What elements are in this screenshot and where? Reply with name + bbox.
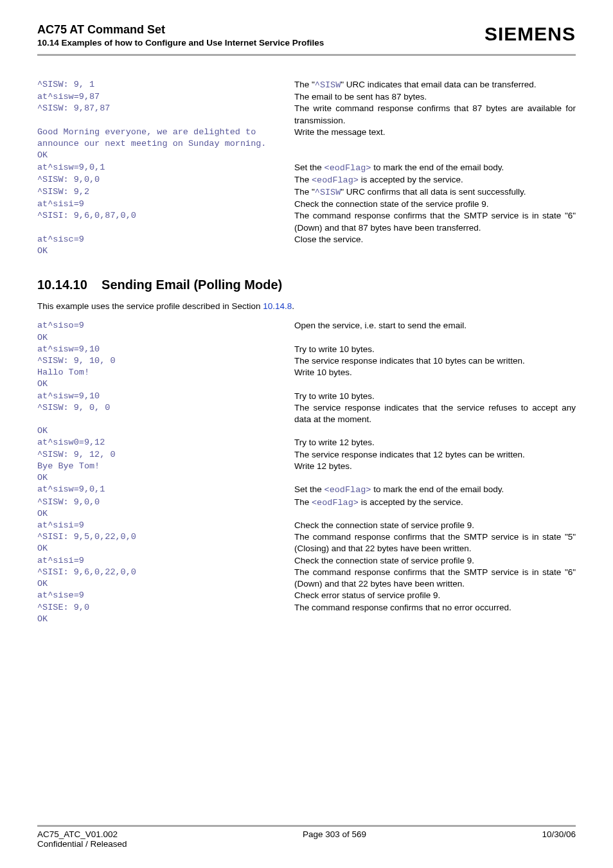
code-left: Bye Bye Tom! OK xyxy=(37,461,294,484)
footer-divider xyxy=(37,825,576,827)
code-left: at^sisw=9,87 xyxy=(37,91,294,103)
footer-page-number: Page 303 of 569 xyxy=(303,829,366,849)
text: . xyxy=(292,301,294,311)
code-left: at^sisw=9,0,1 xyxy=(37,162,294,173)
desc-right: The email to be sent has 87 bytes. xyxy=(294,91,576,103)
code-row: at^sisw=9,10 Try to write 10 bytes. xyxy=(37,391,576,402)
code-row: ^SISI: 9,5,0,22,0,0 OK The command respo… xyxy=(37,531,576,554)
code-row: at^sisw0=9,12 Try to write 12 bytes. xyxy=(37,437,576,448)
inline-code: ^SISW xyxy=(315,80,341,90)
footer-version: AC75_ATC_V01.002 xyxy=(37,829,127,839)
page-footer: AC75_ATC_V01.002 Confidential / Released… xyxy=(37,825,576,849)
desc-right: Write 10 bytes. xyxy=(294,367,576,378)
text: This example uses the service profile de… xyxy=(37,301,263,311)
doc-title: AC75 AT Command Set xyxy=(37,23,324,37)
code-left: at^sisi=9 xyxy=(37,555,294,567)
header-left: AC75 AT Command Set 10.14 Examples of ho… xyxy=(37,23,324,48)
text: The " xyxy=(294,80,315,89)
desc-right: Write 12 bytes. xyxy=(294,461,576,472)
code-row: at^sisw=9,0,1 Set the <eodFlag> to mark … xyxy=(37,162,576,174)
code-left: ^SISW: 9, 10, 0 xyxy=(37,355,294,367)
code-row: at^sisc=9 OK Close the service. xyxy=(37,234,576,257)
inline-code: <eodFlag> xyxy=(324,163,371,173)
inline-code: <eodFlag> xyxy=(324,485,371,495)
desc-right: Write the message text. xyxy=(294,127,576,138)
text: The xyxy=(294,175,312,184)
code-row: ^SISW: 9, 12, 0 The service response ind… xyxy=(37,449,576,461)
desc-right: Check error status of service profile 9. xyxy=(294,590,576,601)
example-block-urc-mode: ^SISW: 9, 1 The "^SISW" URC indicates th… xyxy=(37,79,576,257)
text: The xyxy=(294,497,312,507)
desc-right: The command response confirms that the S… xyxy=(294,567,576,590)
desc-right: The service response indicates that 10 b… xyxy=(294,355,576,367)
text: The " xyxy=(294,187,315,197)
code-left: ^SISW: 9, 1 xyxy=(37,79,294,91)
text: " URC confirms that all data is sent suc… xyxy=(341,187,526,197)
code-row: at^sisw=9,10 Try to write 10 bytes. xyxy=(37,344,576,355)
code-row: at^sisi=9 Check the connection state of … xyxy=(37,199,576,210)
footer-left: AC75_ATC_V01.002 Confidential / Released xyxy=(37,829,127,849)
code-left: ^SISW: 9,2 xyxy=(37,186,294,198)
code-row: ^SISW: 9,0,0 OK The <eodFlag> is accepte… xyxy=(37,497,576,520)
code-left: OK xyxy=(37,425,294,437)
desc-right: The command response confirms that no er… xyxy=(294,602,576,614)
code-row: ^SISW: 9, 0, 0 The service response indi… xyxy=(37,402,576,425)
text: Set the xyxy=(294,484,324,494)
footer-confidentiality: Confidential / Released xyxy=(37,839,127,849)
code-left: Hallo Tom! OK xyxy=(37,367,294,390)
example-block-polling-mode: at^siso=9 OK Open the service, i.e. star… xyxy=(37,320,576,625)
subsection-title: Sending Email (Polling Mode) xyxy=(102,278,282,292)
code-row: ^SISW: 9, 10, 0 The service response ind… xyxy=(37,355,576,367)
desc-right: Try to write 12 bytes. xyxy=(294,437,576,448)
desc-right: The <eodFlag> is accepted by the service… xyxy=(294,497,576,509)
desc-right: Check the connection state of the servic… xyxy=(294,199,576,210)
code-left: ^SISW: 9,0,0 xyxy=(37,174,294,186)
inline-code: <eodFlag> xyxy=(312,498,359,508)
code-row: at^sise=9 Check error status of service … xyxy=(37,590,576,601)
code-row: at^siso=9 OK Open the service, i.e. star… xyxy=(37,320,576,343)
code-left: ^SISI: 9,6,0,87,0,0 xyxy=(37,210,294,222)
subsection-number: 10.14.10 xyxy=(37,278,87,292)
code-row: OK xyxy=(37,614,576,625)
brand-logo: SIEMENS xyxy=(484,23,576,45)
code-row: ^SISW: 9,0,0 The <eodFlag> is accepted b… xyxy=(37,174,576,186)
subsection-heading: 10.14.10 Sending Email (Polling Mode) xyxy=(37,278,576,292)
code-left: at^sise=9 xyxy=(37,590,294,601)
code-left: at^sisi=9 xyxy=(37,199,294,210)
code-left: at^sisi=9 xyxy=(37,520,294,531)
desc-right: Check the connection state of service pr… xyxy=(294,555,576,567)
code-left: ^SISW: 9,0,0 OK xyxy=(37,497,294,520)
code-row: ^SISE: 9,0 The command response confirms… xyxy=(37,602,576,614)
desc-right: The "^SISW" URC confirms that all data i… xyxy=(294,186,576,199)
desc-right: Close the service. xyxy=(294,234,576,245)
text: is accepted by the service. xyxy=(359,175,463,184)
code-row: at^sisi=9 Check the connection state of … xyxy=(37,520,576,531)
page: AC75 AT Command Set 10.14 Examples of ho… xyxy=(0,0,613,868)
code-row: at^sisi=9 Check the connection state of … xyxy=(37,555,576,567)
code-row: Hallo Tom! OK Write 10 bytes. xyxy=(37,367,576,390)
text: Set the xyxy=(294,163,324,172)
code-left: OK xyxy=(37,614,294,625)
code-row: ^SISW: 9,87,87 The write command respons… xyxy=(37,103,576,126)
desc-right: The service response indicates that 12 b… xyxy=(294,449,576,461)
code-row: OK xyxy=(37,425,576,437)
code-row: ^SISI: 9,6,0,87,0,0 The command response… xyxy=(37,210,576,233)
desc-right: The service response indicates that the … xyxy=(294,402,576,425)
page-header: AC75 AT Command Set 10.14 Examples of ho… xyxy=(37,23,576,48)
code-row: ^SISI: 9,6,0,22,0,0 OK The command respo… xyxy=(37,567,576,590)
code-row: ^SISW: 9,2 The "^SISW" URC confirms that… xyxy=(37,186,576,199)
inline-code: ^SISW xyxy=(315,188,341,197)
code-left: at^sisw=9,0,1 xyxy=(37,484,294,495)
desc-right: The write command response confirms that… xyxy=(294,103,576,126)
desc-right: The command response confirms that the S… xyxy=(294,210,576,233)
code-left: ^SISW: 9, 0, 0 xyxy=(37,402,294,414)
doc-section-title: 10.14 Examples of how to Configure and U… xyxy=(37,38,324,48)
code-left: ^SISE: 9,0 xyxy=(37,602,294,614)
code-left: at^sisc=9 OK xyxy=(37,234,294,257)
section-link[interactable]: 10.14.8 xyxy=(263,301,292,311)
code-row: at^sisw=9,87 The email to be sent has 87… xyxy=(37,91,576,103)
text: is accepted by the service. xyxy=(359,497,463,507)
code-row: Bye Bye Tom! OK Write 12 bytes. xyxy=(37,461,576,484)
code-left: at^sisw0=9,12 xyxy=(37,437,294,448)
desc-right: Set the <eodFlag> to mark the end of the… xyxy=(294,484,576,496)
